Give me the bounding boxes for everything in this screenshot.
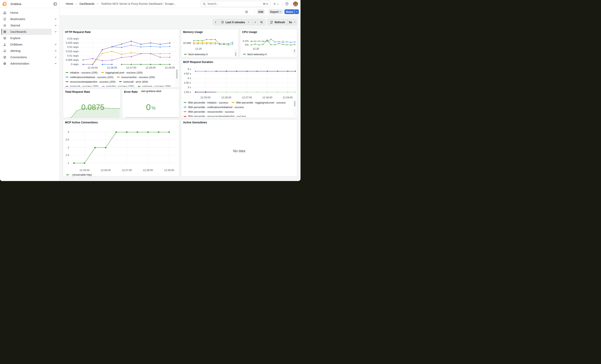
svg-text:12:25:00: 12:25:00 (79, 169, 90, 172)
svg-text:2.5: 2.5 (65, 138, 69, 141)
svg-text:12:28:00: 12:28:00 (262, 96, 272, 99)
svg-text:12:28:00: 12:28:00 (145, 66, 156, 69)
svg-text:0.01 req/s: 0.01 req/s (67, 54, 79, 57)
svg-text:5 s: 5 s (187, 67, 191, 70)
svg-text:12:27:00: 12:27:00 (242, 96, 252, 99)
svg-text:0.2%: 0.2% (243, 39, 249, 42)
svg-text:3 s: 3 s (187, 86, 191, 89)
svg-text:0.03 req/s: 0.03 req/s (67, 37, 79, 40)
svg-text:2.50 s: 2.50 s (184, 90, 191, 93)
svg-text:0.015 req/s: 0.015 req/s (66, 50, 79, 53)
svg-text:12:25:00: 12:25:00 (200, 96, 210, 99)
svg-text:12:25: 12:25 (195, 47, 202, 50)
svg-text:12:27:00: 12:27:00 (122, 169, 132, 172)
svg-text:0.02 req/s: 0.02 req/s (67, 46, 79, 49)
svg-text:12:27:00: 12:27:00 (126, 66, 136, 69)
svg-text:0: 0 (146, 103, 150, 112)
svg-text:1.5: 1.5 (65, 154, 69, 157)
svg-text:12:29:00: 12:29:00 (164, 169, 174, 172)
svg-text:4 s: 4 s (187, 77, 191, 79)
svg-text:0 req/s: 0 req/s (71, 63, 79, 66)
svg-text:2: 2 (68, 146, 69, 149)
svg-text:0.025 req/s: 0.025 req/s (66, 41, 79, 44)
svg-text:1: 1 (68, 162, 69, 165)
svg-text:12:26:00: 12:26:00 (221, 96, 231, 99)
svg-text:0.0875: 0.0875 (81, 103, 104, 111)
svg-text:12:25:00: 12:25:00 (88, 66, 98, 69)
svg-text:12:26:00: 12:26:00 (107, 66, 117, 69)
svg-text:12:29:00: 12:29:00 (283, 96, 293, 99)
svg-text:4.50 s: 4.50 s (184, 72, 191, 75)
svg-text:12:25: 12:25 (252, 47, 259, 50)
svg-text:%: % (151, 106, 155, 111)
svg-text:12:28:00: 12:28:00 (143, 169, 153, 172)
svg-text:3.50 s: 3.50 s (184, 81, 191, 84)
svg-text:3: 3 (68, 130, 69, 134)
svg-text:0%: 0% (245, 43, 249, 46)
svg-text:12:26:00: 12:26:00 (100, 169, 111, 172)
svg-text:16 MiB: 16 MiB (183, 41, 191, 45)
svg-text:12:29:00: 12:29:00 (165, 66, 175, 69)
svg-text:0.005 req/s: 0.005 req/s (66, 59, 79, 61)
